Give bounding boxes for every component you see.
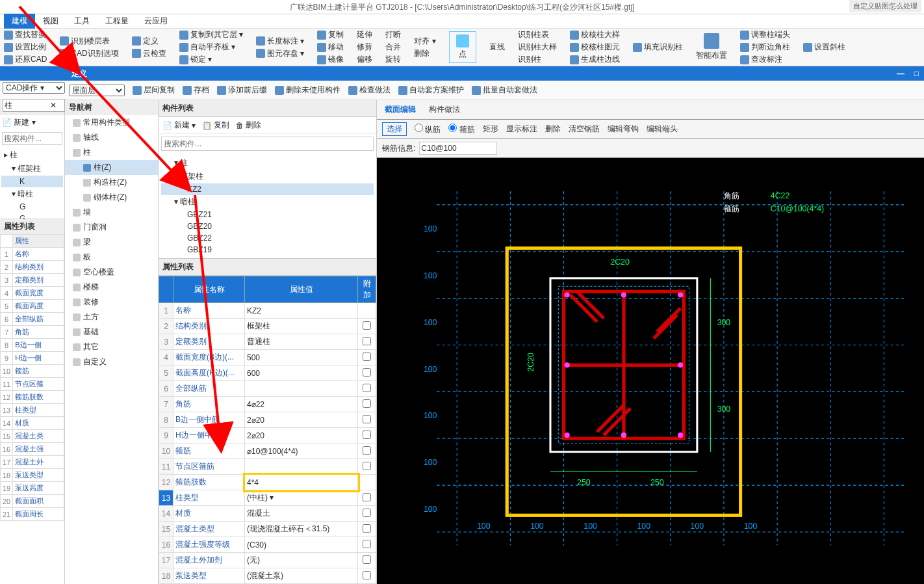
nav-item[interactable]: 轴线 — [65, 130, 158, 145]
merge[interactable]: 合并 — [385, 42, 401, 53]
table-row[interactable]: 5截面高度 — [1, 300, 64, 313]
show-annot[interactable]: 显示标注 — [506, 124, 537, 135]
property-row[interactable]: 1名称KZ2 — [159, 303, 376, 319]
list-item[interactable]: G — [1, 213, 63, 219]
list-item[interactable]: ▾ 框架柱 — [1, 162, 63, 176]
property-row[interactable]: 6全部纵筋 — [159, 381, 376, 397]
nav-item[interactable]: 其它 — [65, 339, 158, 354]
list-item[interactable]: ▾ 暗柱 — [1, 187, 63, 201]
delete-unused[interactable]: 删除未使用构件 — [275, 85, 340, 96]
table-row[interactable]: 20截面面积 — [1, 495, 64, 508]
auto-scheme[interactable]: 自动套方案维护 — [398, 85, 464, 96]
table-row[interactable]: 8B边一侧 — [1, 339, 64, 352]
edit-end[interactable]: 编辑端头 — [647, 124, 678, 135]
list-item[interactable]: ▸ 柱 — [1, 148, 63, 162]
nav-item[interactable]: 门窗洞 — [65, 220, 158, 235]
line-tool[interactable]: 直线 — [489, 42, 505, 53]
rect-tool[interactable]: 矩形 — [483, 124, 498, 135]
component-node[interactable]: GBZ19 — [161, 244, 374, 256]
copy-to-floor[interactable]: 复制到其它层 ▾ — [179, 29, 243, 40]
property-row[interactable]: 7角筋4⌀22 — [159, 397, 376, 412]
set-scale[interactable]: 设置比例 — [4, 42, 47, 53]
table-row[interactable]: 6全部纵筋 — [1, 313, 64, 326]
batch-auto-practice[interactable]: 批量自动套做法 — [472, 85, 537, 96]
table-row[interactable]: 12箍筋肢数 — [1, 391, 64, 404]
component-node[interactable]: ▾ 柱 — [161, 156, 374, 170]
section-canvas[interactable]: 角筋 箍筋 4C22 C10@100(4*4) 2C20 2C20 300 30… — [377, 158, 924, 584]
nav-item[interactable]: 基础 — [65, 325, 158, 339]
edit-annot[interactable]: 查改标注 — [740, 54, 790, 65]
lock[interactable]: 锁定 ▾ — [179, 54, 243, 65]
nav-item[interactable]: 空心楼盖 — [65, 265, 158, 280]
nav-item[interactable]: 构造柱(Z) — [65, 175, 158, 190]
property-row[interactable]: 10箍筋⌀10@100(4*4) — [159, 444, 376, 459]
table-row[interactable]: 4截面宽度 — [1, 287, 64, 300]
nav-item[interactable]: 自定义 — [65, 354, 158, 369]
max-icon[interactable]: □ — [914, 69, 919, 78]
table-row[interactable]: 9H边一侧 — [1, 352, 64, 365]
component-node[interactable]: GBZ20 — [161, 220, 374, 232]
property-row[interactable]: 15混凝土类型(现浇混凝土碎石＜31.5) — [159, 522, 376, 537]
offset[interactable]: 偏移 — [357, 54, 372, 65]
archive[interactable]: 存档 — [183, 85, 209, 96]
table-row[interactable]: 10箍筋 — [1, 365, 64, 378]
cloud-check[interactable]: 云检查 — [132, 48, 166, 59]
table-row[interactable]: 7角筋 — [1, 326, 64, 339]
table-row[interactable]: 2结构类别 — [1, 261, 64, 274]
table-row[interactable]: 14材质 — [1, 417, 64, 430]
nav-item[interactable]: 砌体柱(Z) — [65, 190, 158, 205]
define[interactable]: 定义 — [132, 36, 166, 47]
identify-col[interactable]: 识别柱 — [518, 54, 557, 65]
copy-component-button[interactable]: 📋 复制 — [202, 120, 229, 131]
verify-col-detail[interactable]: 校核柱大样 — [570, 29, 620, 40]
list-item[interactable]: G — [1, 201, 63, 213]
table-row[interactable]: 21截面周长 — [1, 508, 64, 521]
table-row[interactable]: 3定额类别 — [1, 274, 64, 287]
component-node[interactable]: GBZ21 — [161, 209, 374, 220]
property-row[interactable]: 9H边一侧中筋2⌀20 — [159, 428, 376, 444]
floor-select[interactable]: 屋面层 — [69, 85, 125, 96]
verify-col-elem[interactable]: 校核柱图元 — [570, 42, 620, 53]
restore-cad[interactable]: 还原CAD — [4, 54, 47, 65]
property-row[interactable]: 3定额类别普通柱 — [159, 334, 376, 350]
delete-component-button[interactable]: 🗑 删除 — [236, 120, 261, 131]
menu-gongju[interactable]: 工具 — [66, 14, 97, 29]
tab-practice[interactable]: 构件做法 — [426, 103, 463, 116]
nav-item[interactable]: 梁 — [65, 235, 158, 250]
table-row[interactable]: 13柱类型 — [1, 404, 64, 417]
table-row[interactable]: 1名称 — [1, 248, 64, 261]
find-replace[interactable]: 查找替换 — [4, 29, 47, 40]
identify-col-detail[interactable]: 识别柱大样 — [518, 42, 557, 53]
property-row[interactable]: 4截面宽度(B边)(...500 — [159, 350, 376, 365]
align[interactable]: 对齐 ▾ — [414, 36, 435, 47]
rotate[interactable]: 旋转 — [385, 54, 401, 65]
nav-item[interactable]: 常用构件类型 — [65, 115, 158, 130]
property-row[interactable]: 2结构类别框架柱 — [159, 319, 376, 334]
table-row[interactable]: 16混凝土强 — [1, 443, 64, 456]
property-row[interactable]: 18泵送类型(混凝土泵) — [159, 568, 376, 584]
component-node[interactable]: GBZ22 — [161, 232, 374, 244]
identify-col-table[interactable]: 识别柱表 — [518, 29, 557, 40]
nav-item[interactable]: 柱(Z) — [65, 160, 158, 175]
list-item[interactable]: K — [1, 176, 63, 187]
property-row[interactable]: 11节点区箍筋 — [159, 459, 376, 475]
auto-level-slab[interactable]: 自动平齐板 ▾ — [179, 42, 243, 53]
menu-yun[interactable]: 云应用 — [136, 14, 175, 29]
radio-longitudinal[interactable]: 纵筋 — [415, 124, 441, 135]
delete[interactable]: 删除 — [414, 48, 435, 59]
point-tool[interactable]: 点 — [459, 49, 467, 60]
search-input[interactable] — [2, 132, 62, 145]
new-button[interactable]: 📄 新建 ▾ — [2, 118, 36, 127]
component-type-input[interactable]: ✕ — [3, 99, 65, 112]
tab-section-edit[interactable]: 截面编辑 — [382, 103, 418, 116]
clear-rebar[interactable]: 清空钢筋 — [569, 124, 600, 135]
min-icon[interactable]: — — [897, 69, 905, 78]
nav-item[interactable]: 楼梯 — [65, 280, 158, 295]
length-dim[interactable]: 长度标注 ▾ — [256, 36, 304, 47]
property-row[interactable]: 12箍筋肢数4*4 — [159, 475, 376, 490]
layer-copy[interactable]: 层间复制 — [133, 85, 175, 96]
adjust-col-end[interactable]: 调整柱端头 — [740, 29, 790, 40]
menu-shitu[interactable]: 视图 — [35, 14, 66, 29]
smart-layout[interactable]: 智能布置 — [696, 50, 727, 61]
edit-hook[interactable]: 编辑弯钩 — [608, 124, 639, 135]
